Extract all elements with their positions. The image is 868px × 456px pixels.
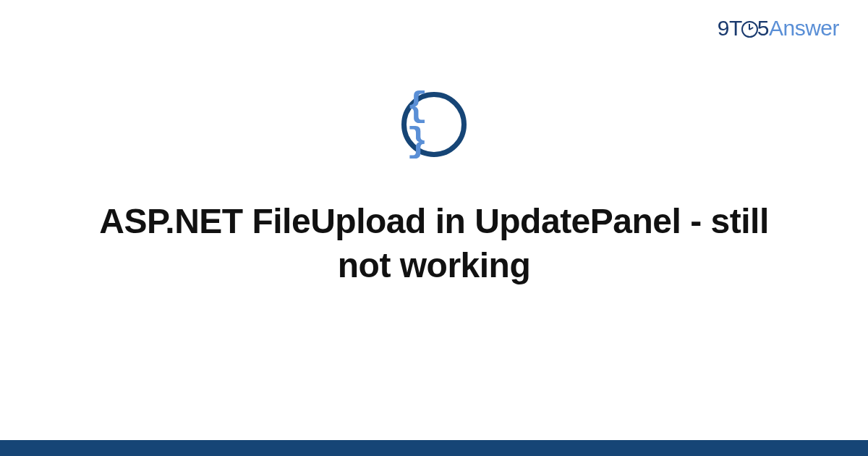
code-braces-icon: { }	[401, 92, 467, 157]
logo-part-five: 5	[757, 16, 769, 40]
logo-part-nine: 9	[718, 16, 729, 40]
footer-accent-bar	[0, 440, 868, 456]
page-title: ASP.NET FileUpload in UpdatePanel - stil…	[87, 199, 781, 288]
main-content: { } ASP.NET FileUpload in UpdatePanel - …	[0, 92, 868, 288]
logo-part-t: T	[729, 16, 742, 40]
clock-icon	[741, 21, 758, 38]
site-logo: 9T5Answer	[718, 16, 839, 41]
logo-part-answer: Answer	[769, 16, 839, 40]
braces-glyph: { }	[407, 89, 461, 160]
